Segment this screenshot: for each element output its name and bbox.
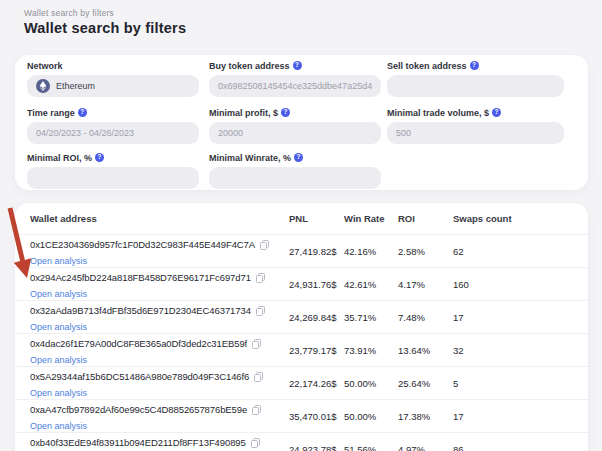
- results-table: Wallet address PNL Win Rate ROI Swaps co…: [15, 203, 588, 451]
- roi-value: 17.38%: [398, 400, 453, 433]
- wallet-address: 0x294Ac245fbD224a818FB458D76E96171Fc697d…: [30, 272, 251, 283]
- network-select[interactable]: Ethereum: [27, 75, 199, 97]
- copy-icon[interactable]: [252, 339, 261, 349]
- filter-field-buy-token: Buy token address? 0x6982508145454ce325d…: [209, 60, 381, 97]
- column-header-win-rate: Win Rate: [344, 213, 398, 224]
- table-row: 0x4dac26f1E79A00dC8F8E365a0Df3ded2c31EB5…: [15, 333, 588, 366]
- page-title: Wallet search by filters: [24, 20, 186, 36]
- min-winrate-label: Minimal Winrate, %?: [209, 152, 381, 163]
- help-icon[interactable]: ?: [281, 108, 290, 117]
- filter-field-min-roi: Minimal ROI, %?: [27, 152, 199, 189]
- swaps-count-value: 17: [453, 400, 573, 433]
- min-trade-volume-label: Minimal trade volume, $?: [387, 107, 564, 118]
- copy-icon[interactable]: [256, 273, 265, 283]
- copy-icon[interactable]: [256, 306, 265, 316]
- filter-field-min-trade-volume: Minimal trade volume, $? 500: [387, 107, 564, 144]
- sell-token-input[interactable]: [387, 75, 564, 97]
- buy-token-label: Buy token address?: [209, 60, 381, 71]
- wallet-address: 0x4dac26f1E79A00dC8F8E365a0Df3ded2c31EB5…: [30, 338, 247, 349]
- pnl-value: 35,470.01$: [289, 400, 344, 433]
- table-row: 0x294Ac245fbD224a818FB458D76E96171Fc697d…: [15, 267, 588, 300]
- filter-field-min-winrate: Minimal Winrate, %?: [209, 152, 381, 189]
- help-icon[interactable]: ?: [492, 108, 501, 117]
- help-icon[interactable]: ?: [78, 108, 87, 117]
- wallet-address: 0xaA47cfb97892dAf60e99c5C4D8852657876bE5…: [30, 404, 247, 415]
- wallet-address: 0xb40f33EdE94f83911b094ED211Df8FF13F4908…: [30, 437, 246, 448]
- sell-token-label: Sell token address?: [387, 60, 564, 71]
- filter-field-time-range: Time range? 04/20/2023 - 04/26/2023: [27, 107, 199, 144]
- min-profit-input[interactable]: 20000: [209, 122, 381, 144]
- pnl-value: 24,931.76$: [289, 268, 344, 301]
- time-range-label: Time range?: [27, 107, 199, 118]
- win-rate-value: 35.71%: [344, 301, 398, 334]
- roi-value: 4.17%: [398, 268, 453, 301]
- min-roi-input[interactable]: [27, 167, 199, 189]
- swaps-count-value: 32: [453, 334, 573, 367]
- win-rate-value: 50.00%: [344, 367, 398, 400]
- open-analysis-link[interactable]: Open analysis: [30, 355, 87, 365]
- open-analysis-link[interactable]: Open analysis: [30, 289, 87, 299]
- help-icon[interactable]: ?: [470, 61, 479, 70]
- roi-value: 7.48%: [398, 301, 453, 334]
- wallet-address: 0x32aAda9B713f4dFBf35d6E971D2304EC463717…: [30, 305, 251, 316]
- table-row: 0x1CE2304369d957fc1F0Dd32C983F445E449F4C…: [15, 234, 588, 267]
- pnl-value: 22,174.26$: [289, 367, 344, 400]
- table-header-row: Wallet address PNL Win Rate ROI Swaps co…: [15, 203, 588, 234]
- min-profit-label: Minimal profit, $?: [209, 107, 381, 118]
- win-rate-value: 50.00%: [344, 400, 398, 433]
- open-analysis-link[interactable]: Open analysis: [30, 388, 87, 398]
- filter-field-min-profit: Minimal profit, $? 20000: [209, 107, 381, 144]
- roi-value: 13.64%: [398, 334, 453, 367]
- win-rate-value: 42.61%: [344, 268, 398, 301]
- open-analysis-link[interactable]: Open analysis: [30, 322, 87, 332]
- copy-icon[interactable]: [254, 372, 263, 382]
- table-row: 0x32aAda9B713f4dFBf35d6E971D2304EC463717…: [15, 300, 588, 333]
- min-winrate-input[interactable]: [209, 167, 381, 189]
- open-analysis-link[interactable]: Open analysis: [30, 256, 87, 266]
- pnl-value: 24,269.84$: [289, 301, 344, 334]
- table-row: 0x5A29344af15b6DC51486A980e789d049F3C146…: [15, 366, 588, 399]
- roi-value: 4.97%: [398, 433, 453, 451]
- roi-value: 2.58%: [398, 235, 453, 268]
- filter-field-sell-token: Sell token address?: [387, 60, 564, 97]
- swaps-count-value: 5: [453, 367, 573, 400]
- copy-icon[interactable]: [251, 438, 260, 448]
- column-header-swaps-count: Swaps count: [453, 213, 573, 224]
- filter-field-network: Network Ethereum: [27, 60, 199, 97]
- ethereum-icon: [36, 79, 50, 93]
- win-rate-value: 51.56%: [344, 433, 398, 451]
- wallet-address: 0x1CE2304369d957fc1F0Dd32C983F445E449F4C…: [30, 239, 255, 250]
- network-value: Ethereum: [56, 81, 95, 91]
- swaps-count-value: 62: [453, 235, 573, 268]
- pnl-value: 27,419.82$: [289, 235, 344, 268]
- roi-value: 25.64%: [398, 367, 453, 400]
- pnl-value: 24,923.78$: [289, 433, 344, 451]
- buy-token-input[interactable]: 0x6982508145454ce325ddbe47a25d4ec3d23: [209, 75, 381, 97]
- min-trade-volume-input[interactable]: 500: [387, 122, 564, 144]
- swaps-count-value: 17: [453, 301, 573, 334]
- open-analysis-link[interactable]: Open analysis: [30, 421, 87, 431]
- pnl-value: 23,779.17$: [289, 334, 344, 367]
- copy-icon[interactable]: [260, 240, 269, 250]
- column-header-roi: ROI: [398, 213, 453, 224]
- network-label: Network: [27, 60, 199, 71]
- wallet-address: 0x5A29344af15b6DC51486A980e789d049F3C146…: [30, 371, 249, 382]
- time-range-input[interactable]: 04/20/2023 - 04/26/2023: [27, 122, 199, 144]
- min-roi-label: Minimal ROI, %?: [27, 152, 199, 163]
- column-header-wallet-address: Wallet address: [30, 213, 289, 224]
- help-icon[interactable]: ?: [294, 153, 303, 162]
- help-icon[interactable]: ?: [95, 153, 104, 162]
- swaps-count-value: 86: [453, 433, 573, 451]
- table-row: 0xaA47cfb97892dAf60e99c5C4D8852657876bE5…: [15, 399, 588, 432]
- column-header-pnl: PNL: [289, 213, 344, 224]
- swaps-count-value: 160: [453, 268, 573, 301]
- win-rate-value: 73.91%: [344, 334, 398, 367]
- table-row: 0xb40f33EdE94f83911b094ED211Df8FF13F4908…: [15, 432, 588, 451]
- win-rate-value: 42.16%: [344, 235, 398, 268]
- breadcrumb[interactable]: Wallet search by filters: [24, 8, 114, 18]
- copy-icon[interactable]: [252, 405, 261, 415]
- filters-panel: Network Ethereum Buy token address? 0x69…: [15, 55, 588, 190]
- help-icon[interactable]: ?: [293, 61, 302, 70]
